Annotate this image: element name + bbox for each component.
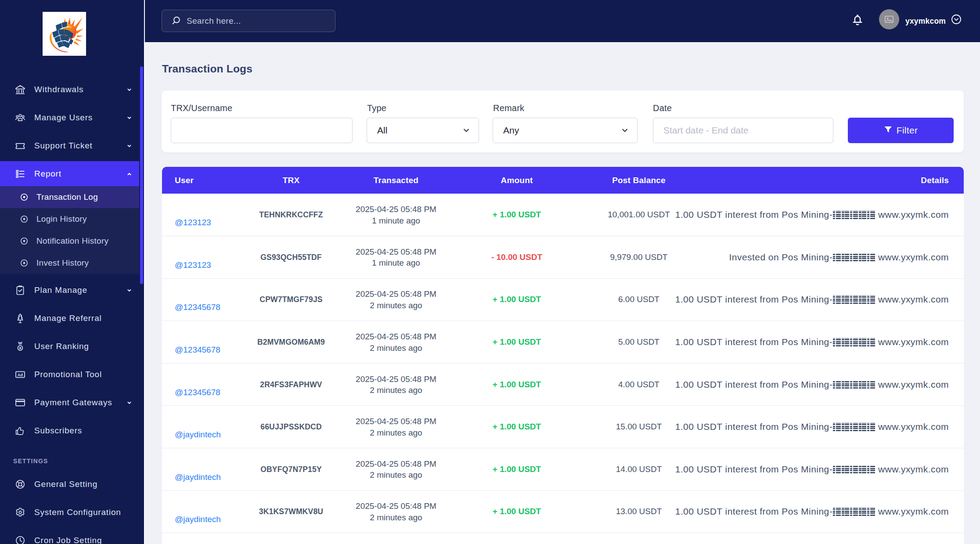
svg-text:Ad: Ad: [18, 372, 23, 377]
